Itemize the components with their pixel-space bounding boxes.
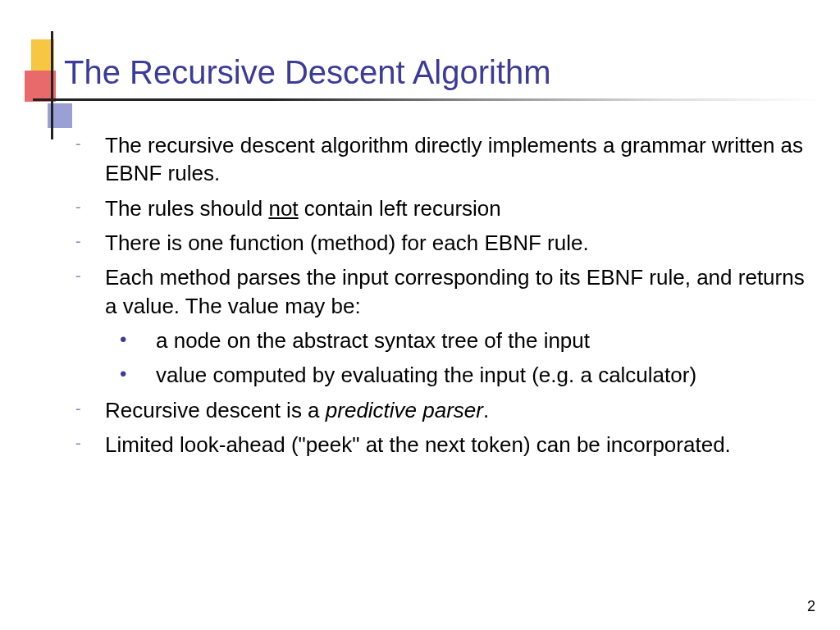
dash-marker: - (72, 194, 105, 217)
bullet-item: -Recursive descent is a predictive parse… (72, 396, 807, 424)
bullet-text: The recursive descent algorithm directly… (105, 131, 807, 188)
bullet-text: The rules should not contain left recurs… (105, 194, 807, 222)
deco-vertical-line (51, 31, 53, 139)
dot-marker: • (120, 361, 156, 386)
sub-bullet-text: value computed by evaluating the input (… (156, 361, 807, 389)
bullet-text: There is one function (method) for each … (105, 229, 807, 257)
bullet-item: -Limited look-ahead ("peek" at the next … (72, 431, 807, 459)
sub-bullet-item: •a node on the abstract syntax tree of t… (120, 326, 807, 354)
bullet-item: -Each method parses the input correspond… (72, 263, 807, 320)
bullet-text: Recursive descent is a predictive parser… (105, 396, 807, 424)
dash-marker: - (72, 431, 105, 453)
dash-marker: - (72, 229, 105, 251)
slide-content: -The recursive descent algorithm directl… (72, 131, 807, 465)
dash-marker: - (72, 396, 105, 418)
bullet-item: -The recursive descent algorithm directl… (72, 131, 807, 188)
title-underline (33, 98, 824, 101)
slide-title: The Recursive Descent Algorithm (64, 54, 551, 91)
bullet-text: Limited look-ahead ("peek" at the next t… (105, 431, 807, 459)
dash-marker: - (72, 263, 105, 285)
bullet-item: -There is one function (method) for each… (72, 229, 807, 257)
sub-bullet-text: a node on the abstract syntax tree of th… (156, 326, 807, 354)
dot-marker: • (120, 326, 156, 351)
bullet-text: Each method parses the input correspondi… (105, 263, 807, 320)
page-number: 2 (807, 598, 815, 615)
bullet-item: -The rules should not contain left recur… (72, 194, 807, 222)
sub-bullet-item: •value computed by evaluating the input … (120, 361, 807, 389)
